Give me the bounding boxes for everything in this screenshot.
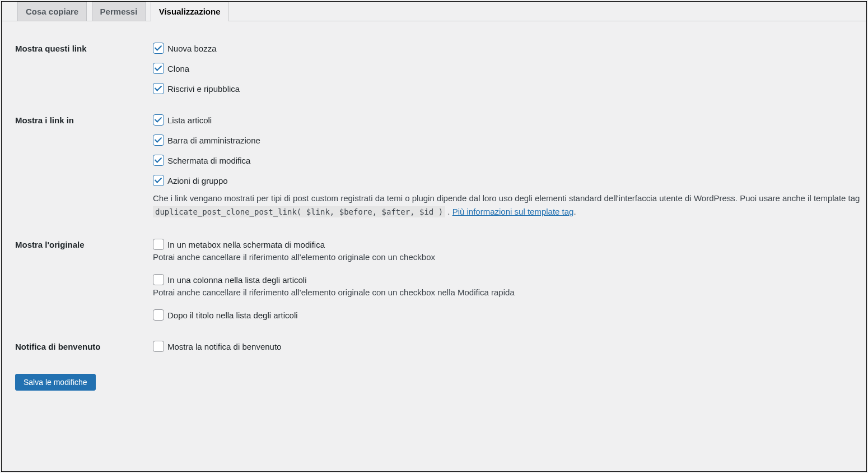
checkbox-metabox[interactable] (153, 239, 164, 250)
label-metabox[interactable]: In un metabox nella schermata di modific… (167, 240, 325, 249)
desc-column: Potrai anche cancellare il riferimento a… (153, 287, 861, 297)
label-post-list[interactable]: Lista articoli (167, 115, 212, 125)
section-heading-show-original: Mostra l'originale (2, 229, 147, 331)
description-text-end: . (573, 207, 576, 216)
checkbox-welcome-notice[interactable] (153, 341, 164, 352)
desc-metabox: Potrai anche cancellare il riferimento a… (153, 252, 861, 262)
label-admin-bar[interactable]: Barra di amministrazione (167, 136, 260, 145)
save-button[interactable]: Salva le modifiche (15, 374, 96, 391)
description-text-after: . (445, 207, 452, 216)
label-clone[interactable]: Clona (167, 64, 189, 73)
checkbox-clone[interactable] (153, 63, 164, 74)
checkbox-bulk-actions[interactable] (153, 175, 164, 186)
label-new-draft[interactable]: Nuova bozza (167, 44, 217, 53)
label-rewrite-republish[interactable]: Riscrivi e ripubblica (167, 84, 240, 94)
tab-visualizzazione[interactable]: Visualizzazione (151, 2, 229, 21)
checkbox-edit-screen[interactable] (153, 155, 164, 166)
section-heading-show-links: Mostra questi link (2, 33, 147, 104)
link-more-template-tag[interactable]: Più informazioni sul template tag (452, 207, 574, 216)
settings-form: Mostra questi link Nuova bozza Clona Ris… (2, 33, 866, 363)
label-bulk-actions[interactable]: Azioni di gruppo (167, 176, 228, 186)
tab-permessi[interactable]: Permessi (92, 2, 146, 21)
description-code: duplicate_post_clone_post_link( $link, $… (153, 206, 445, 217)
checkbox-rewrite-republish[interactable] (153, 83, 164, 94)
label-after-title[interactable]: Dopo il titolo nella lista degli articol… (167, 310, 298, 320)
label-edit-screen[interactable]: Schermata di modifica (167, 156, 250, 165)
checkbox-post-list[interactable] (153, 114, 164, 126)
tab-navigation: Cosa copiare Permessi Visualizzazione (2, 2, 866, 21)
tab-cosa-copiare[interactable]: Cosa copiare (17, 2, 87, 21)
label-welcome-notice[interactable]: Mostra la notifica di benvenuto (167, 342, 281, 351)
checkbox-new-draft[interactable] (153, 43, 164, 54)
description-show-links-in: Che i link vengano mostrati per tipi di … (153, 192, 861, 219)
checkbox-column[interactable] (153, 274, 164, 285)
label-column[interactable]: In una colonna nella lista degli articol… (167, 275, 307, 285)
checkbox-after-title[interactable] (153, 309, 164, 321)
section-heading-show-links-in: Mostra i link in (2, 104, 147, 229)
checkbox-admin-bar[interactable] (153, 135, 164, 146)
section-heading-welcome-notice: Notifica di benvenuto (2, 331, 147, 363)
description-text-before: Che i link vengano mostrati per tipi di … (153, 193, 860, 203)
